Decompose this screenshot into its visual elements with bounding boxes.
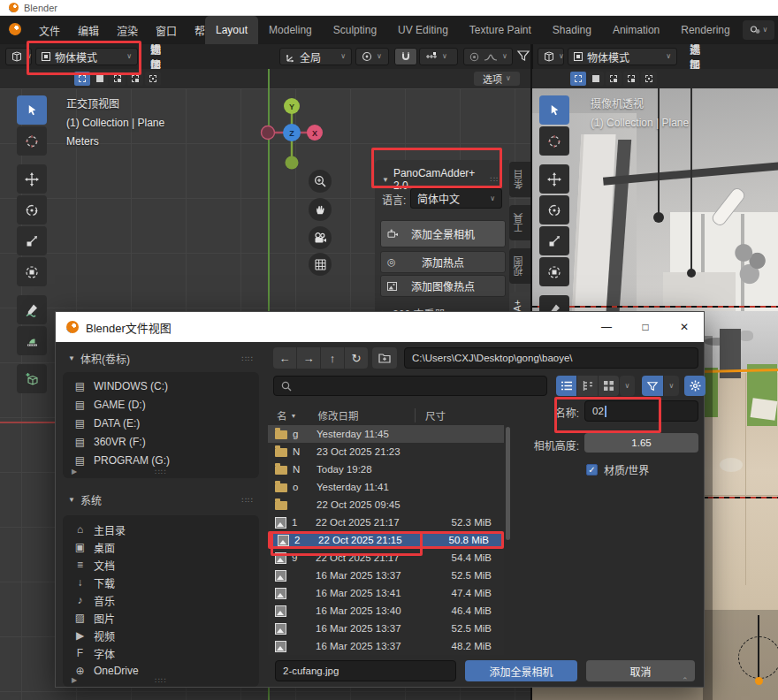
system-item[interactable]: ▣ 桌面: [63, 538, 259, 556]
view-thumbnails-button[interactable]: [599, 376, 619, 396]
select-mode-circle[interactable]: [606, 72, 622, 86]
file-row[interactable]: N Today 19:28: [268, 460, 504, 478]
rotate-tool[interactable]: [17, 195, 47, 224]
cursor-tool[interactable]: [17, 126, 47, 156]
forward-button[interactable]: →: [297, 347, 320, 369]
view-options-dropdown[interactable]: ∨: [620, 376, 635, 396]
transform-tool[interactable]: [17, 257, 47, 286]
orientation-dropdown[interactable]: 全局 ∨: [279, 48, 352, 65]
menu-item[interactable]: 文件: [30, 16, 69, 44]
path-field[interactable]: C:\Users\CXJ\Desktop\gong\baoye\: [404, 347, 698, 369]
camera-height-slider[interactable]: 1.65: [584, 433, 698, 453]
language-dropdown[interactable]: 简体中文∨: [410, 188, 502, 209]
zoom-gizmo-button[interactable]: [309, 170, 332, 193]
file-row[interactable]: 16 Mar 2025 13:37 52.5 MiB: [268, 567, 504, 584]
scale-tool[interactable]: [539, 226, 569, 255]
file-row[interactable]: g Yesterday 11:45: [268, 425, 504, 443]
mode-dropdown[interactable]: 物体模式 ∨: [35, 48, 138, 65]
close-button[interactable]: ✕: [665, 312, 704, 342]
system-item[interactable]: ⌂ 主目录: [63, 521, 259, 538]
move-tool[interactable]: [17, 164, 47, 194]
menu-item[interactable]: 编辑: [69, 16, 108, 44]
resize-dots[interactable]: ∷∷: [155, 468, 166, 476]
select-mode-extend[interactable]: [145, 72, 161, 86]
file-row[interactable]: 16 Mar 2025 13:41 47.4 MiB: [268, 584, 504, 602]
volume-item[interactable]: ▤ DATA (E:): [63, 414, 259, 432]
scene-icon[interactable]: ∨: [743, 20, 774, 40]
editor-type-button-right[interactable]: ∨: [538, 48, 564, 65]
file-row[interactable]: 16 Mar 2025 13:37 52.5 MiB: [268, 620, 504, 637]
file-row[interactable]: 16 Mar 2025 13:40 46.4 MiB: [268, 602, 504, 620]
select-mode-circle[interactable]: [110, 72, 126, 86]
file-list-scrollbar[interactable]: [506, 427, 510, 540]
select-mode-tweak[interactable]: [74, 72, 90, 86]
back-button[interactable]: ←: [273, 347, 296, 369]
select-mode-extend[interactable]: [641, 72, 657, 86]
workspace-tab[interactable]: Layout: [205, 16, 258, 44]
workspace-tab[interactable]: Rendering: [670, 16, 740, 44]
snap-settings-dropdown[interactable]: ∨: [419, 48, 458, 65]
mode-dropdown-right[interactable]: 物体模式 ∨: [568, 48, 677, 65]
move-tool[interactable]: [539, 164, 569, 194]
workspace-tab[interactable]: Sculpting: [323, 16, 387, 44]
column-size[interactable]: 尺寸: [425, 408, 446, 422]
proportional-edit-group[interactable]: ∨: [463, 48, 513, 65]
expand-icon[interactable]: ▶: [72, 468, 77, 476]
filter-options-dropdown[interactable]: ∨: [664, 376, 679, 396]
menu-item[interactable]: 渲染: [108, 16, 147, 44]
volume-item[interactable]: ▤ GAME (D:): [63, 395, 259, 414]
system-item[interactable]: ≡ 文档: [63, 556, 259, 574]
view-list-button[interactable]: [556, 376, 576, 396]
settings-gear-button[interactable]: [684, 376, 706, 396]
system-item[interactable]: F 字体: [63, 644, 259, 662]
blender-menu-icon[interactable]: [0, 23, 30, 38]
workspace-tab[interactable]: Texture Paint: [459, 16, 542, 44]
volume-item[interactable]: ▤ WINDOWS (C:): [63, 377, 259, 395]
sidebar-tab[interactable]: 条目: [509, 162, 530, 197]
accept-button[interactable]: 添加全景相机: [465, 660, 577, 681]
filter-visibility-icon[interactable]: [517, 49, 530, 65]
workspace-tab[interactable]: UV Editing: [387, 16, 459, 44]
scale-tool[interactable]: [17, 226, 47, 255]
file-row[interactable]: 22 Oct 2025 09:45: [268, 496, 504, 514]
file-row[interactable]: 1 22 Oct 2025 21:17 52.3 MiB: [268, 514, 504, 531]
file-row[interactable]: o Yesterday 11:41: [268, 478, 504, 496]
rotate-tool[interactable]: [539, 195, 569, 224]
system-item[interactable]: ▶ 视频: [63, 627, 259, 644]
new-folder-button[interactable]: [372, 347, 397, 369]
refresh-button[interactable]: ↻: [345, 347, 368, 369]
workspace-tab[interactable]: Animation: [602, 16, 670, 44]
volume-item[interactable]: ▤ 360VR (F:): [63, 432, 259, 451]
measure-tool[interactable]: [17, 326, 47, 355]
volumes-section-header[interactable]: ▼体积(卷标) ∷∷: [68, 351, 254, 366]
options-dropdown[interactable]: 选项∨: [474, 72, 520, 86]
minimize-button[interactable]: —: [587, 312, 626, 342]
select-mode-lasso[interactable]: [623, 72, 639, 86]
workspace-tab[interactable]: Shading: [542, 16, 602, 44]
name-input[interactable]: 02: [584, 400, 698, 422]
view-details-button[interactable]: [577, 376, 598, 396]
more-indicator-icon[interactable]: ⌃: [682, 676, 689, 685]
camera-view-button[interactable]: [309, 226, 332, 249]
expand-icon[interactable]: ▶: [72, 676, 77, 684]
select-tool[interactable]: [17, 95, 47, 125]
add-hotspot-button[interactable]: ◎ 添加热点: [380, 251, 506, 273]
viewport-menu-item[interactable]: 物体: [143, 44, 168, 69]
add-pano-camera-button[interactable]: 添加全景相机: [380, 220, 506, 247]
panel-drag-dots[interactable]: ∷∷: [491, 175, 502, 184]
add-cube-tool[interactable]: [17, 364, 47, 393]
search-input[interactable]: [273, 376, 547, 396]
ortho-toggle-button[interactable]: [309, 253, 332, 276]
pan-gizmo-button[interactable]: [309, 198, 332, 221]
file-row[interactable]: 9 22 Oct 2025 21:17 54.4 MiB: [268, 549, 504, 567]
sidebar-tab[interactable]: 工具: [509, 205, 530, 240]
snap-toggle[interactable]: [394, 48, 417, 65]
select-mode-box[interactable]: [588, 72, 604, 86]
add-image-hotspot-button[interactable]: 添加图像热点: [380, 275, 506, 297]
select-mode-tweak[interactable]: [570, 72, 586, 86]
cursor-tool[interactable]: [539, 126, 569, 156]
cancel-button[interactable]: 取消: [586, 660, 695, 681]
column-date[interactable]: 修改日期: [317, 408, 358, 422]
editor-type-button[interactable]: ∨: [5, 48, 32, 65]
column-name[interactable]: 名: [268, 408, 287, 422]
